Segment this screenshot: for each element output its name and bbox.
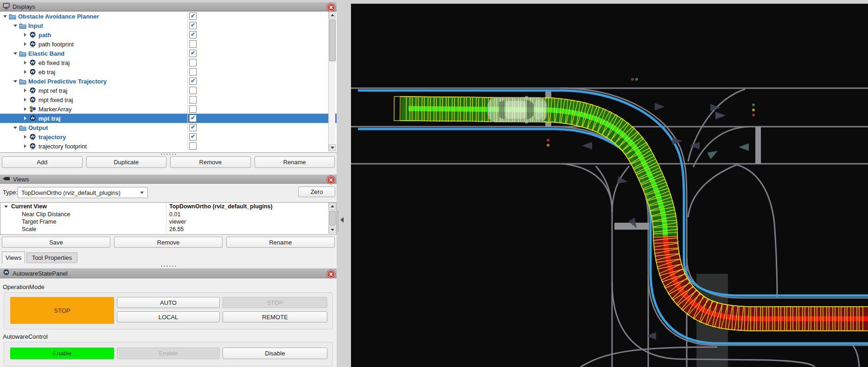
autoware-control-label: AutowareControl bbox=[3, 333, 48, 340]
displays-tree: Obstacle Avoidance PlannerInputpathpath … bbox=[0, 11, 337, 153]
remote-button[interactable]: REMOTE bbox=[223, 311, 327, 322]
tab-tool-properties[interactable]: Tool Properties bbox=[26, 252, 77, 263]
expand-arrow-icon[interactable] bbox=[23, 61, 28, 64]
tree-row-input[interactable]: Input bbox=[0, 21, 337, 30]
operation-mode-status: STOP bbox=[10, 297, 114, 324]
displays-tree-scrollbar[interactable] bbox=[328, 12, 335, 151]
tree-row-obstacle-avoidance-planner[interactable]: Obstacle Avoidance Planner bbox=[0, 12, 337, 21]
autoware-control-group: Enable EnableDisable bbox=[4, 342, 333, 367]
close-icon[interactable] bbox=[327, 176, 335, 184]
collapse-arrow-icon[interactable] bbox=[2, 15, 7, 18]
disable-button[interactable]: Disable bbox=[223, 348, 327, 359]
folder-icon bbox=[19, 50, 26, 57]
tree-row-mpt-fixed-traj[interactable]: mpt fixed traj bbox=[0, 95, 337, 104]
scrollbar-handle[interactable] bbox=[329, 19, 336, 61]
visibility-checkbox[interactable] bbox=[189, 133, 197, 141]
tree-row-trajectory[interactable]: trajectory bbox=[0, 132, 337, 142]
scroll-up-icon[interactable] bbox=[329, 203, 336, 210]
traffic-signal-dot bbox=[631, 78, 634, 81]
scrollbar-handle[interactable] bbox=[329, 211, 336, 225]
visibility-checkbox[interactable] bbox=[189, 96, 197, 103]
expand-arrow-icon[interactable] bbox=[23, 135, 28, 139]
visibility-checkbox[interactable] bbox=[189, 105, 197, 113]
expand-arrow-icon[interactable] bbox=[23, 42, 28, 46]
visibility-checkbox[interactable] bbox=[189, 40, 197, 48]
splitter-handle[interactable] bbox=[157, 153, 180, 155]
tree-row-trajectory-footprint[interactable]: trajectory footprint bbox=[0, 142, 337, 151]
visibility-checkbox[interactable] bbox=[189, 59, 197, 66]
visibility-checkbox[interactable] bbox=[189, 124, 197, 131]
remove-button[interactable]: Remove bbox=[170, 156, 251, 168]
remove-button[interactable]: Remove bbox=[114, 237, 223, 248]
views-panel-titlebar[interactable]: Views bbox=[0, 174, 337, 184]
property-row-scale[interactable]: Scale26.55 bbox=[0, 225, 336, 233]
tree-row-eb-fixed-traj[interactable]: eb fixed traj bbox=[0, 58, 337, 67]
duplicate-button[interactable]: Duplicate bbox=[86, 156, 167, 168]
view-type-select[interactable]: TopDownOrtho (rviz_default_plugins) bbox=[18, 187, 148, 198]
save-button[interactable]: Save bbox=[2, 237, 110, 248]
visibility-checkbox[interactable] bbox=[189, 68, 197, 76]
rename-button[interactable]: Rename bbox=[255, 156, 335, 168]
tree-row-output[interactable]: Output bbox=[0, 123, 337, 132]
scroll-up-icon[interactable] bbox=[329, 12, 336, 19]
visibility-checkbox[interactable] bbox=[189, 77, 197, 85]
collapse-arrow-icon[interactable] bbox=[13, 52, 18, 55]
auto-button[interactable]: AUTO bbox=[117, 297, 220, 308]
autoware-state-panel-titlebar[interactable]: AutowareStatePanel bbox=[0, 268, 337, 278]
property-row-near-clip-distance[interactable]: Near Clip Distance0.01 bbox=[0, 210, 336, 218]
tree-row-mpt-traj[interactable]: mpt traj bbox=[0, 114, 337, 123]
autoware-icon bbox=[29, 87, 37, 94]
scroll-down-icon[interactable] bbox=[329, 226, 336, 233]
visibility-checkbox[interactable] bbox=[189, 87, 197, 94]
expand-arrow-icon[interactable] bbox=[23, 116, 28, 120]
splitter-handle[interactable] bbox=[157, 265, 180, 267]
autoware-icon bbox=[29, 97, 37, 103]
traffic-signal-dot bbox=[752, 109, 755, 111]
panel-collapse-icon[interactable] bbox=[340, 217, 344, 223]
expand-arrow-icon[interactable] bbox=[23, 70, 28, 74]
close-icon[interactable] bbox=[327, 270, 335, 278]
tree-row-label: Elastic Band bbox=[28, 50, 64, 57]
dock-splitter[interactable] bbox=[338, 211, 339, 232]
folder-icon bbox=[8, 13, 16, 20]
tree-row-path[interactable]: path bbox=[0, 30, 337, 39]
rename-button[interactable]: Rename bbox=[226, 237, 335, 248]
local-button[interactable]: LOCAL bbox=[117, 311, 220, 322]
folder-icon bbox=[19, 22, 26, 29]
expand-arrow-icon[interactable] bbox=[23, 98, 28, 102]
property-row-current-view[interactable]: Current ViewTopDownOrtho (rviz_default_p… bbox=[0, 203, 336, 210]
collapse-arrow-icon[interactable] bbox=[13, 127, 18, 129]
visibility-checkbox[interactable] bbox=[189, 50, 197, 57]
visibility-checkbox[interactable] bbox=[189, 142, 197, 150]
close-icon[interactable] bbox=[327, 3, 335, 11]
tree-row-elastic-band[interactable]: Elastic Band bbox=[0, 49, 337, 58]
expand-arrow-icon[interactable] bbox=[23, 33, 28, 37]
displays-panel-titlebar[interactable]: Displays bbox=[0, 2, 337, 11]
visibility-checkbox[interactable] bbox=[189, 31, 197, 39]
tree-row-markerarray[interactable]: MarkerArray bbox=[0, 104, 337, 114]
visibility-checkbox[interactable] bbox=[189, 13, 197, 20]
tree-row-path-footprint[interactable]: path footprint bbox=[0, 39, 337, 49]
expand-arrow-icon[interactable] bbox=[23, 144, 28, 148]
add-button[interactable]: Add bbox=[2, 156, 83, 168]
panel-title: AutowareStatePanel bbox=[13, 270, 68, 277]
panel-title: Views bbox=[13, 176, 29, 183]
collapse-arrow-icon[interactable] bbox=[13, 25, 18, 27]
expand-arrow-icon[interactable] bbox=[23, 107, 28, 111]
tab-views[interactable]: Views bbox=[2, 251, 25, 264]
scroll-down-icon[interactable] bbox=[329, 144, 336, 151]
properties-scrollbar[interactable] bbox=[328, 203, 335, 233]
tree-row-mpt-ref-traj[interactable]: mpt ref traj bbox=[0, 86, 337, 95]
tree-row-eb-traj[interactable]: eb traj bbox=[0, 67, 337, 77]
expand-arrow-icon[interactable] bbox=[23, 89, 28, 92]
collapse-arrow-icon[interactable] bbox=[3, 206, 8, 208]
visibility-checkbox[interactable] bbox=[189, 22, 197, 29]
collapse-arrow-icon[interactable] bbox=[13, 80, 18, 83]
visibility-checkbox[interactable] bbox=[189, 115, 197, 122]
property-row-target-frame[interactable]: Target Frameviewer bbox=[0, 218, 336, 225]
traffic-signal-dot bbox=[635, 78, 638, 81]
zero-button[interactable]: Zero bbox=[298, 187, 335, 197]
autoware-icon bbox=[29, 59, 37, 66]
tree-row-model-predictive-trajectory[interactable]: Model Predictive Trajectory bbox=[0, 77, 337, 86]
3d-viewport[interactable] bbox=[351, 4, 868, 367]
